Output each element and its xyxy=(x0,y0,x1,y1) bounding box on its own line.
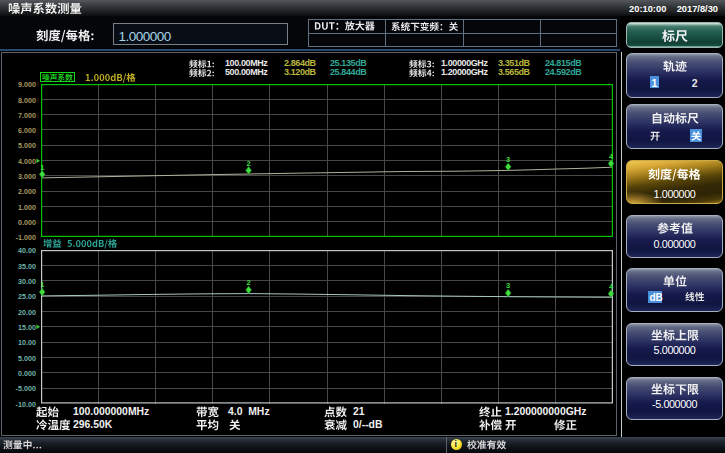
svg-text:3: 3 xyxy=(506,155,510,164)
svg-text:1: 1 xyxy=(40,163,44,172)
svg-text:1: 1 xyxy=(40,280,44,289)
svg-text:2: 2 xyxy=(247,159,251,168)
svg-text:2: 2 xyxy=(247,278,251,287)
svg-text:3: 3 xyxy=(506,281,510,290)
